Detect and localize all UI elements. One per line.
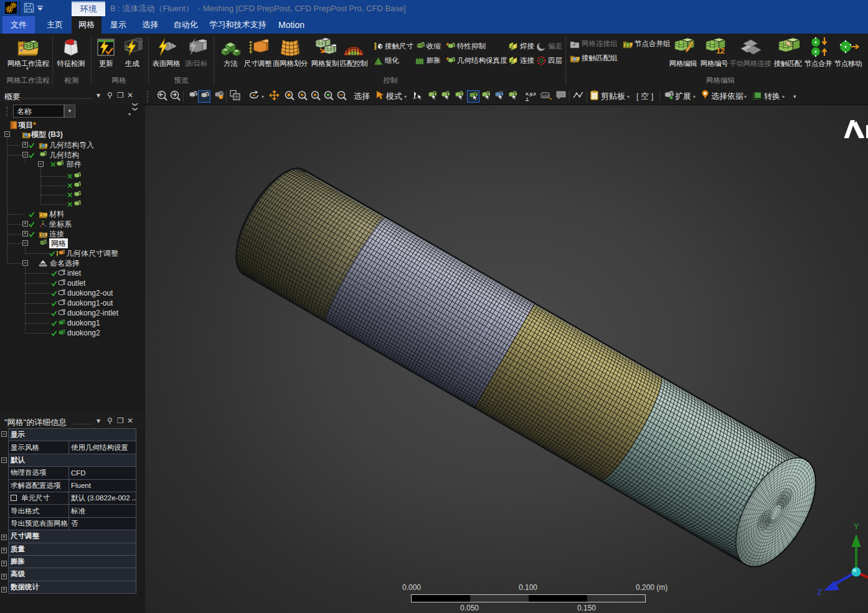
svg-text:$: $: [626, 42, 629, 47]
svg-text:Y: Y: [854, 522, 859, 531]
svg-text:Z: Z: [817, 587, 822, 597]
svg-text:100: 100: [542, 93, 549, 97]
